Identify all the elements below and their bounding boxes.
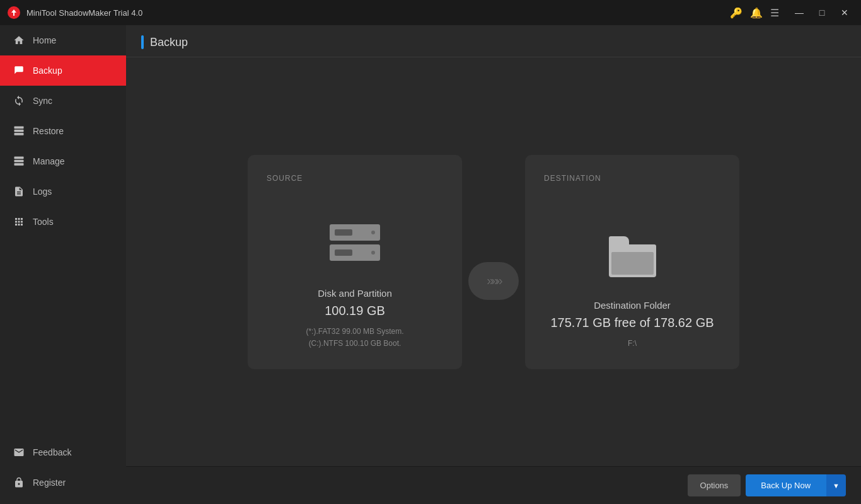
backup-area: SOURCE Disk and Partition 100. [126,57,861,466]
sidebar-label-backup: Backup [33,66,62,76]
sidebar: Home Backup Sync Restore Manage [0,25,126,504]
disk-slot-hole-2 [335,249,352,256]
app-logo [6,5,21,20]
manage-icon [13,155,25,168]
menu-icon[interactable]: ☰ [770,7,779,19]
sidebar-item-logs[interactable]: Logs [0,176,126,207]
sidebar-item-feedback[interactable]: Feedback [0,437,126,467]
source-label: SOURCE [267,174,303,183]
page-title-container: Backup [141,35,846,49]
sidebar-label-logs: Logs [33,186,52,197]
maximize-button[interactable]: □ [812,4,832,21]
backup-now-dropdown-button[interactable]: ▼ [826,474,846,496]
disk-slot-bottom [330,244,380,261]
minimize-button[interactable]: — [789,4,809,21]
page-title-bar [141,35,144,49]
sync-icon [13,94,25,107]
backup-icon [13,64,25,77]
home-icon [13,34,25,47]
nav-spacer [0,237,126,437]
backup-now-button[interactable]: Back Up Now [746,474,826,496]
svg-rect-5 [14,160,24,163]
folder-inner [611,252,654,275]
sidebar-label-restore: Restore [33,126,64,136]
key-icon[interactable]: 🔑 [730,7,743,19]
svg-rect-1 [14,127,24,129]
folder-body [609,244,656,277]
sidebar-label-feedback: Feedback [33,447,71,457]
sidebar-item-tools[interactable]: Tools [0,207,126,237]
disk-slot-led [371,231,375,234]
destination-main-text: Destination Folder [594,300,671,311]
page-title: Backup [150,36,188,49]
svg-rect-6 [14,163,24,166]
svg-rect-3 [14,133,24,135]
source-card[interactable]: SOURCE Disk and Partition 100. [248,155,462,369]
sidebar-label-sync: Sync [33,96,52,106]
sidebar-label-home: Home [33,35,56,45]
footer: Options Back Up Now ▼ [126,466,861,504]
arrow-connector: »»» [468,262,519,300]
arrow-chevrons-icon: »»» [487,273,500,288]
main-layout: Home Backup Sync Restore Manage [0,25,861,504]
svg-rect-2 [14,130,24,132]
bell-icon[interactable]: 🔔 [750,7,763,19]
destination-icon-area [609,236,656,290]
svg-rect-4 [14,157,24,159]
sidebar-label-tools: Tools [33,217,54,227]
window-controls: — □ ✕ [789,4,855,21]
destination-card[interactable]: DESTINATION Destination Folder 175.71 GB… [525,155,739,369]
nav-bottom: Feedback Register [0,437,126,504]
destination-label: DESTINATION [544,174,601,183]
restore-icon [13,125,25,137]
sidebar-item-register[interactable]: Register [0,467,126,498]
app-title: MiniTool ShadowMaker Trial 4.0 [26,8,730,18]
disk-slot-led-2 [371,251,375,255]
source-icon-area [330,224,380,278]
titlebar-icons: 🔑 🔔 ☰ [730,7,779,19]
disk-slot-top [330,224,380,241]
titlebar: MiniTool ShadowMaker Trial 4.0 🔑 🔔 ☰ — □… [0,0,861,25]
sidebar-item-restore[interactable]: Restore [0,116,126,146]
sidebar-item-backup[interactable]: Backup [0,55,126,86]
logs-icon [13,185,25,198]
folder-icon [609,236,656,277]
source-main-text: Disk and Partition [318,288,392,299]
destination-path: F:\ [628,338,637,350]
page-header: Backup [126,25,861,57]
sidebar-item-sync[interactable]: Sync [0,86,126,116]
options-button[interactable]: Options [688,474,741,496]
destination-free-space: 175.71 GB free of 178.62 GB [550,316,714,330]
sidebar-label-manage: Manage [33,156,65,166]
backup-now-container: Back Up Now ▼ [746,474,846,496]
sidebar-label-register: Register [33,478,66,488]
source-detail: (*:).FAT32 99.00 MB System. (C:).NTFS 10… [306,326,403,350]
close-button[interactable]: ✕ [835,4,855,21]
tools-icon [13,215,25,228]
sidebar-item-home[interactable]: Home [0,25,126,55]
disk-icon [330,224,380,265]
feedback-icon [13,446,25,459]
sidebar-item-manage[interactable]: Manage [0,146,126,176]
content-area: Backup SOURCE [126,25,861,504]
source-size: 100.19 GB [325,304,385,318]
register-icon [13,476,25,489]
disk-slot-hole [335,229,352,236]
